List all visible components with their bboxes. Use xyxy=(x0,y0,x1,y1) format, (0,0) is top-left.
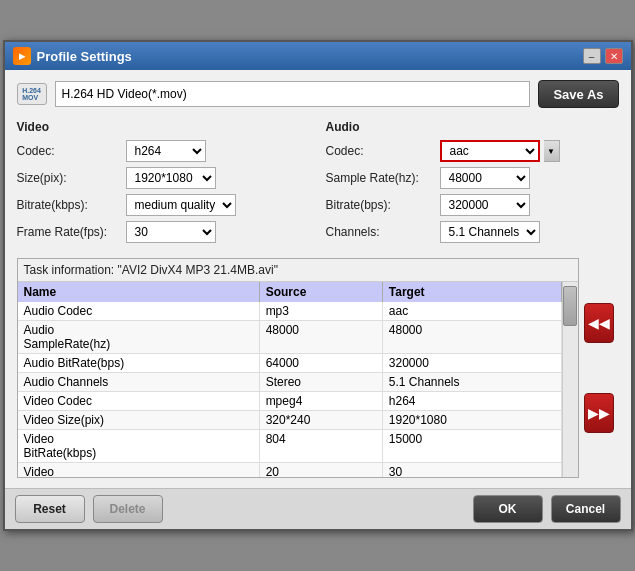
audio-bitrate-row: Bitrate(bps): 320000 xyxy=(326,194,619,216)
video-bitrate-label: Bitrate(kbps): xyxy=(17,198,122,212)
audio-channels-select[interactable]: 5.1 Channels xyxy=(440,221,540,243)
profile-select-wrapper: H.264 HD Video(*.mov) xyxy=(55,81,531,107)
app-icon: ▶ xyxy=(13,47,31,65)
title-bar-left: ▶ Profile Settings xyxy=(13,47,132,65)
video-section-title: Video xyxy=(17,120,310,134)
table-cell: Audio BitRate(bps) xyxy=(18,354,260,373)
video-bitrate-select[interactable]: medium quality xyxy=(126,194,236,216)
task-info-area: Task information: "AVI2 DivX4 MP3 21.4MB… xyxy=(17,258,579,478)
table-cell: 64000 xyxy=(259,354,382,373)
table-cell: 48000 xyxy=(382,321,561,354)
video-codec-wrapper: h264 xyxy=(126,140,206,162)
nav-forward-button[interactable]: ▶▶ xyxy=(584,393,614,433)
task-table-scroll[interactable]: Name Source Target Audio Codecmp3aacAudi… xyxy=(18,282,562,477)
table-cell: 20 xyxy=(259,463,382,478)
audio-codec-label: Codec: xyxy=(326,144,436,158)
reset-button[interactable]: Reset xyxy=(15,495,85,523)
video-bitrate-row: Bitrate(kbps): medium quality xyxy=(17,194,310,216)
video-fps-label: Frame Rate(fps): xyxy=(17,225,122,239)
profile-format-icon: H.264MOV xyxy=(17,83,47,105)
table-row: Video BitRate(kbps)80415000 xyxy=(18,430,562,463)
minimize-button[interactable]: – xyxy=(583,48,601,64)
task-section: Task information: "AVI2 DivX4 MP3 21.4MB… xyxy=(17,258,619,478)
audio-section: Audio Codec: aac ▼ Sample Rate(hz): 4800… xyxy=(326,120,619,248)
video-size-label: Size(pix): xyxy=(17,171,122,185)
table-cell: Video xyxy=(18,463,260,478)
table-area: Name Source Target Audio Codecmp3aacAudi… xyxy=(18,282,578,477)
video-codec-row: Codec: h264 xyxy=(17,140,310,162)
table-cell: Stereo xyxy=(259,373,382,392)
table-cell: 5.1 Channels xyxy=(382,373,561,392)
table-row: Audio SampleRate(hz)4800048000 xyxy=(18,321,562,354)
col-source: Source xyxy=(259,282,382,302)
audio-channels-label: Channels: xyxy=(326,225,436,239)
table-cell: 804 xyxy=(259,430,382,463)
profile-row: H.264MOV H.264 HD Video(*.mov) Save As xyxy=(17,80,619,108)
table-row: Video2030 xyxy=(18,463,562,478)
video-size-wrapper: 1920*1080 xyxy=(126,167,216,189)
audio-codec-row: Codec: aac ▼ xyxy=(326,140,619,162)
audio-codec-select[interactable]: aac xyxy=(440,140,540,162)
video-size-select[interactable]: 1920*1080 xyxy=(126,167,216,189)
scrollbar-thumb[interactable] xyxy=(563,286,577,326)
bottom-bar: Reset Delete OK Cancel xyxy=(5,488,631,529)
audio-channels-row: Channels: 5.1 Channels xyxy=(326,221,619,243)
table-row: Audio Codecmp3aac xyxy=(18,302,562,321)
video-section: Video Codec: h264 Size(pix): 1920*1080 xyxy=(17,120,310,248)
audio-samplerate-select[interactable]: 48000 xyxy=(440,167,530,189)
table-cell: Audio Codec xyxy=(18,302,260,321)
col-target: Target xyxy=(382,282,561,302)
table-cell: Video Codec xyxy=(18,392,260,411)
table-cell: Audio SampleRate(hz) xyxy=(18,321,260,354)
table-cell: Audio Channels xyxy=(18,373,260,392)
audio-section-title: Audio xyxy=(326,120,619,134)
cancel-button[interactable]: Cancel xyxy=(551,495,621,523)
task-info-label: Task information: "AVI2 DivX4 MP3 21.4MB… xyxy=(18,259,578,282)
video-codec-select[interactable]: h264 xyxy=(126,140,206,162)
table-row: Audio BitRate(bps)64000320000 xyxy=(18,354,562,373)
title-controls: – ✕ xyxy=(583,48,623,64)
save-as-button[interactable]: Save As xyxy=(538,80,618,108)
table-cell: mpeg4 xyxy=(259,392,382,411)
table-cell: 48000 xyxy=(259,321,382,354)
close-button[interactable]: ✕ xyxy=(605,48,623,64)
window-title: Profile Settings xyxy=(37,49,132,64)
audio-bitrate-label: Bitrate(bps): xyxy=(326,198,436,212)
table-cell: 320*240 xyxy=(259,411,382,430)
table-cell: 15000 xyxy=(382,430,561,463)
col-name: Name xyxy=(18,282,260,302)
ok-button[interactable]: OK xyxy=(473,495,543,523)
table-cell: aac xyxy=(382,302,561,321)
main-content: H.264MOV H.264 HD Video(*.mov) Save As V… xyxy=(5,70,631,488)
title-bar: ▶ Profile Settings – ✕ xyxy=(5,42,631,70)
table-cell: Video BitRate(kbps) xyxy=(18,430,260,463)
audio-samplerate-label: Sample Rate(hz): xyxy=(326,171,436,185)
table-cell: 1920*1080 xyxy=(382,411,561,430)
scrollbar[interactable] xyxy=(562,282,578,477)
nav-back-button[interactable]: ◀◀ xyxy=(584,303,614,343)
video-fps-row: Frame Rate(fps): 30 xyxy=(17,221,310,243)
nav-arrows: ◀◀ ▶▶ xyxy=(579,258,619,478)
video-bitrate-wrapper: medium quality xyxy=(126,194,236,216)
video-size-row: Size(pix): 1920*1080 xyxy=(17,167,310,189)
audio-codec-arrow[interactable]: ▼ xyxy=(544,140,560,162)
video-codec-label: Codec: xyxy=(17,144,122,158)
table-cell: Video Size(pix) xyxy=(18,411,260,430)
video-fps-wrapper: 30 xyxy=(126,221,216,243)
table-row: Audio ChannelsStereo5.1 Channels xyxy=(18,373,562,392)
audio-bitrate-select[interactable]: 320000 xyxy=(440,194,530,216)
profile-settings-window: ▶ Profile Settings – ✕ H.264MOV H.264 HD… xyxy=(3,40,633,531)
audio-samplerate-row: Sample Rate(hz): 48000 xyxy=(326,167,619,189)
table-cell: 30 xyxy=(382,463,561,478)
table-row: Video Codecmpeg4h264 xyxy=(18,392,562,411)
table-cell: mp3 xyxy=(259,302,382,321)
table-cell: 320000 xyxy=(382,354,561,373)
delete-button[interactable]: Delete xyxy=(93,495,163,523)
settings-sections: Video Codec: h264 Size(pix): 1920*1080 xyxy=(17,120,619,248)
video-fps-select[interactable]: 30 xyxy=(126,221,216,243)
table-cell: h264 xyxy=(382,392,561,411)
task-table: Name Source Target Audio Codecmp3aacAudi… xyxy=(18,282,562,477)
profile-dropdown[interactable]: H.264 HD Video(*.mov) xyxy=(55,81,531,107)
table-row: Video Size(pix)320*2401920*1080 xyxy=(18,411,562,430)
